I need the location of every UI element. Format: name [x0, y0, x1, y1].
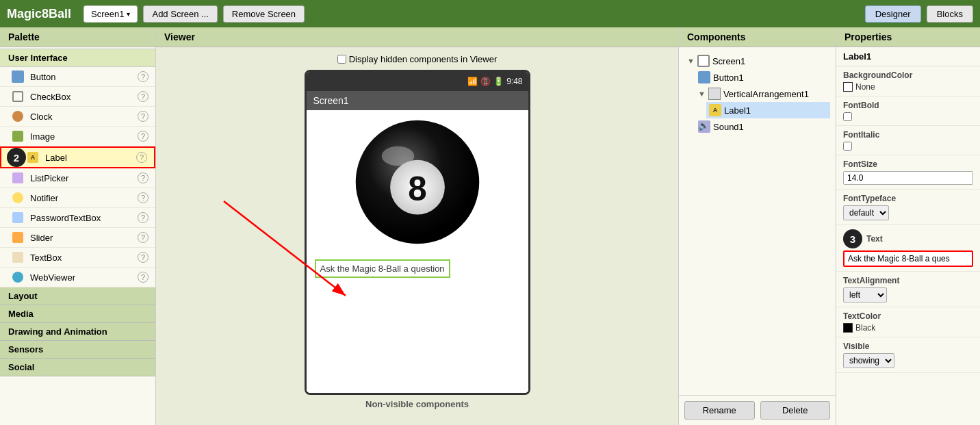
blocks-button[interactable]: Blocks: [927, 5, 973, 23]
fonttypeface-select[interactable]: default: [843, 205, 889, 220]
textcolor-text: Black: [855, 323, 875, 333]
webviewer-icon: [11, 270, 25, 284]
image-help[interactable]: ?: [138, 131, 149, 142]
palette-section-sensors[interactable]: Sensors: [0, 341, 155, 359]
tree-item-label1[interactable]: A Label1: [706, 102, 830, 118]
listpicker-label: ListPicker: [30, 173, 138, 183]
backgroundcolor-swatch: [843, 82, 853, 92]
label-help[interactable]: ?: [136, 152, 147, 163]
label-label: Label: [45, 153, 136, 163]
designer-button[interactable]: Designer: [865, 5, 921, 23]
magic-ball-image: 8: [307, 110, 528, 254]
text-input[interactable]: [843, 250, 973, 267]
palette-item-textbox[interactable]: TextBox ?: [0, 248, 155, 268]
properties-component-name: Label1: [836, 47, 980, 66]
display-hidden-checkbox-row[interactable]: Display hidden components in Viewer: [337, 54, 498, 64]
button1-label: Button1: [713, 73, 744, 83]
badge-3: 3: [843, 229, 862, 248]
textalignment-select[interactable]: left center right: [843, 287, 887, 302]
palette-item-checkbox[interactable]: CheckBox ?: [0, 87, 155, 107]
notifier-help[interactable]: ?: [138, 192, 149, 203]
sound1-icon: 🔊: [698, 120, 710, 133]
prop-value-visible: showing hidden: [843, 353, 973, 368]
checkbox-help[interactable]: ?: [138, 91, 149, 102]
listpicker-icon: [11, 171, 25, 185]
password-icon: [11, 211, 25, 224]
palette-item-label[interactable]: 2 A Label ?: [0, 146, 155, 168]
badge-2: 2: [7, 148, 26, 167]
phone-frame: 📶 📵 🔋 9:48 Screen1: [305, 70, 530, 395]
fontbold-checkbox[interactable]: [843, 112, 852, 121]
prop-value-fonttypeface: default: [843, 205, 973, 220]
prop-visible: Visible showing hidden: [836, 337, 980, 373]
palette-item-image[interactable]: Image ?: [0, 127, 155, 146]
visible-select[interactable]: showing hidden: [843, 353, 894, 368]
password-help[interactable]: ?: [138, 212, 149, 223]
user-interface-section: User Interface: [0, 49, 155, 67]
expand-arrow-va1: ▼: [698, 90, 706, 98]
palette-section-media[interactable]: Media: [0, 305, 155, 323]
tree-item-button1[interactable]: Button1: [695, 69, 830, 86]
palette-item-button[interactable]: Button ?: [0, 67, 155, 87]
image-icon: [11, 129, 25, 143]
phone-body: 8 Ask the Magic 8-Ball a question: [307, 110, 528, 393]
webviewer-help[interactable]: ?: [138, 272, 149, 283]
prop-fonttypeface: FontTypeface default: [836, 190, 980, 225]
button-label: Button: [30, 72, 138, 82]
viewer-header: Viewer: [156, 27, 678, 47]
phone-statusbar: 📶 📵 🔋 9:48: [307, 72, 528, 91]
svg-text:8: 8: [408, 170, 426, 207]
prop-value-fontsize: [843, 171, 973, 185]
palette-item-notifier[interactable]: Notifier ?: [0, 188, 155, 208]
display-hidden-checkbox[interactable]: [337, 55, 346, 64]
palette-item-password[interactable]: PasswordTextBox ?: [0, 208, 155, 228]
button-help[interactable]: ?: [138, 71, 149, 82]
palette-section-social[interactable]: Social: [0, 359, 155, 376]
prop-value-backgroundcolor[interactable]: None: [843, 82, 973, 92]
battery-icon: 🔋: [493, 77, 504, 86]
phone-label[interactable]: Ask the Magic 8-Ball a question: [315, 259, 450, 278]
viewer-content: Display hidden components in Viewer 📶 📵 …: [156, 47, 678, 425]
slider-label: Slider: [30, 233, 138, 243]
time-display: 9:48: [506, 77, 522, 86]
fontitalic-checkbox[interactable]: [843, 142, 852, 151]
wifi-icon: 📶: [467, 77, 478, 86]
va1-label: VerticalArrangement1: [723, 89, 809, 99]
textbox-help[interactable]: ?: [138, 252, 149, 263]
phone-empty-area: [307, 283, 528, 393]
prop-label-textcolor: TextColor: [843, 311, 973, 321]
tree-item-sound1[interactable]: 🔊 Sound1: [695, 118, 830, 135]
tree-item-verticalarrangement1[interactable]: ▼ VerticalArrangement1: [695, 86, 830, 102]
webviewer-label: WebViewer: [30, 272, 138, 283]
text-prop-label-text: Text: [866, 234, 883, 244]
clock-icon: [11, 110, 25, 123]
button1-icon: [698, 71, 710, 83]
remove-screen-button[interactable]: Remove Screen: [223, 5, 305, 23]
prop-textcolor: TextColor Black: [836, 307, 980, 337]
clock-help[interactable]: ?: [138, 111, 149, 122]
slider-help[interactable]: ?: [138, 232, 149, 243]
expand-arrow-screen1: ▼: [687, 57, 695, 65]
tree-item-screen1[interactable]: ▼ Screen1: [684, 53, 830, 69]
fontsize-input[interactable]: [843, 171, 973, 185]
palette-section-layout[interactable]: Layout: [0, 287, 155, 305]
palette-section-drawing[interactable]: Drawing and Animation: [0, 323, 155, 341]
palette-header: Palette: [0, 27, 155, 47]
delete-button[interactable]: Delete: [760, 401, 831, 420]
prop-text: 3 Text: [836, 225, 980, 272]
palette-item-slider[interactable]: Slider ?: [0, 228, 155, 248]
rename-button[interactable]: Rename: [684, 401, 755, 420]
screen-dropdown[interactable]: Screen1 ▾: [83, 5, 138, 23]
add-screen-button[interactable]: Add Screen ...: [143, 5, 217, 23]
components-header: Components: [679, 27, 836, 47]
slider-icon: [11, 231, 25, 244]
prop-label-fontbold: FontBold: [843, 101, 973, 110]
prop-value-textcolor[interactable]: Black: [843, 323, 973, 333]
palette-item-webviewer[interactable]: WebViewer ?: [0, 268, 155, 287]
prop-value-text: [843, 250, 973, 267]
listpicker-help[interactable]: ?: [138, 172, 149, 183]
label-icon: A: [26, 151, 40, 164]
palette-item-clock[interactable]: Clock ?: [0, 107, 155, 127]
palette-item-listpicker[interactable]: ListPicker ?: [0, 168, 155, 188]
prop-label-backgroundcolor: BackgroundColor: [843, 70, 973, 80]
